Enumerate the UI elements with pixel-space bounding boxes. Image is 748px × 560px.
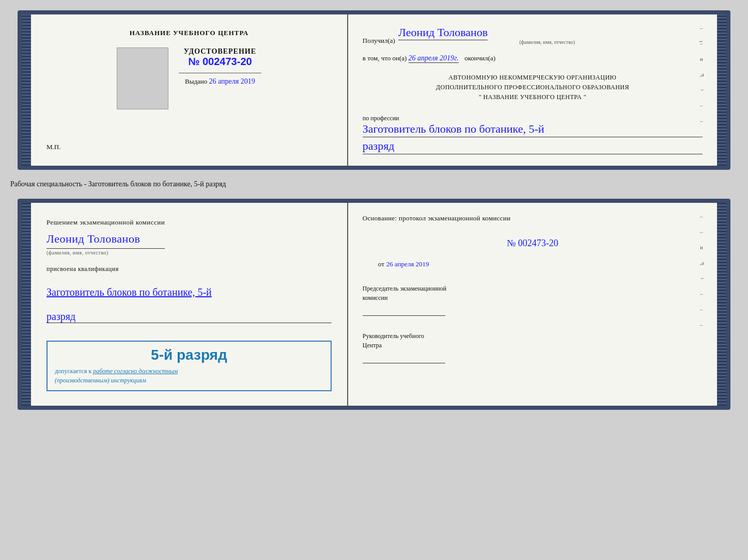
photo-placeholder [117,47,168,109]
qualified-text: присвоена квалификация [46,264,165,274]
cert-section: УДОСТОВЕРЕНИЕ № 002473-20 Выдано 26 апре… [179,47,261,86]
bottom-person-name: Леонид Толованов [46,230,165,248]
cert-number-prefix: № [188,56,199,67]
org-block: АВТОНОМНУЮ НЕКОММЕРЧЕСКУЮ ОРГАНИЗАЦИЮ ДО… [363,73,703,103]
profession: Заготовитель блоков по ботанике, 5-й [363,122,703,137]
chairman-role: Председатель экзаменационной комиссии [363,284,703,302]
bottom-spine-left [22,203,31,406]
from-date-line: от 26 апреля 2019 [363,260,703,268]
director-role1: Руководитель учебного [363,332,424,340]
stamp-rank: 5-й разряд [55,347,323,363]
top-spine-right [717,14,726,166]
stamp-admit: допускается к работе согласно должностны… [55,366,323,385]
recipient-line: Получил(а) Леонид Толованов (фамилия, им… [363,26,703,45]
stamp-admit-link: работе согласно должностным [93,367,178,375]
mp-label: М.П. [46,143,60,151]
fio-label-bottom: (фамилия, имя, отчество) [46,249,165,257]
bottom-right-panel: Основание: протокол экзаменационной коми… [348,203,717,406]
cert-label: УДОСТОВЕРЕНИЕ [179,47,261,56]
side-marks-bottom: – – и ,а ← – – – [700,213,706,328]
decision-block: Решением экзаменационной комиссии Леонид… [46,217,165,274]
top-left-panel: НАЗВАНИЕ УЧЕБНОГО ЦЕНТРА УДОСТОВЕРЕНИЕ №… [31,14,348,166]
received-prefix: Получил(а) [363,37,395,45]
qualification: Заготовитель блоков по ботанике, 5-й [46,286,212,298]
director-block: Руководитель учебного Центра [363,331,703,363]
top-document: НАЗВАНИЕ УЧЕБНОГО ЦЕНТРА УДОСТОВЕРЕНИЕ №… [18,10,730,170]
from-date-value: 26 апреля 2019 [386,260,429,268]
stamp-admit-prefix: допускается к [55,367,91,375]
side-marks-top: – – и ,а ← – – – [700,25,706,139]
completed-suffix: окончил(а) [464,54,495,62]
recipient-name: Леонид Толованов [398,26,488,40]
top-training-center-title: НАЗВАНИЕ УЧЕБНОГО ЦЕНТРА [130,29,249,37]
director-role2: Центра [363,342,382,349]
basis-block: Основание: протокол экзаменационной коми… [363,214,703,222]
from-prefix: от [378,260,384,268]
org-line2: ДОПОЛНИТЕЛЬНОГО ПРОФЕССИОНАЛЬНОГО ОБРАЗО… [363,83,703,92]
director-signature-line [363,353,445,363]
date-prefix: в том, что он(а) [363,54,407,62]
issued-date: 26 апреля 2019 [209,77,255,85]
org-line3: " НАЗВАНИЕ УЧЕБНОГО ЦЕНТРА " [363,92,703,102]
completion-date: 26 апреля 2019г. [409,54,459,63]
protocol-prefix: № [507,238,516,248]
protocol-number: № 002473-20 [363,238,703,249]
top-spine-left [22,14,31,166]
stamp-admit-suffix: (производственным) инструкциям [55,377,146,384]
protocol-line: № 002473-20 [363,234,703,253]
separator-label: Рабочая специальность - Заготовитель бло… [10,179,226,189]
stamp-box: 5-й разряд допускается к работе согласно… [46,341,332,391]
chairman-role2: комиссии [363,294,388,301]
director-role: Руководитель учебного Центра [363,331,703,350]
bottom-spine-right [717,203,726,406]
top-right-panel: Получил(а) Леонид Толованов (фамилия, им… [348,14,717,166]
basis-text: Основание: протокол экзаменационной коми… [363,214,511,222]
protocol-number-value: 002473-20 [518,238,558,248]
date-line: в том, что он(а) 26 апреля 2019г. окончи… [363,54,703,62]
top-cert-row: УДОСТОВЕРЕНИЕ № 002473-20 Выдано 26 апре… [117,47,261,109]
decision-text: Решением экзаменационной комиссии [46,218,165,226]
chairman-signature-line [363,306,445,316]
chairman-role1: Председатель экзаменационной [363,285,446,292]
rank2: разряд [46,311,332,323]
chairman-block: Председатель экзаменационной комиссии [363,284,703,316]
profession-block: по профессии Заготовитель блоков по бота… [363,113,703,154]
issued-line: Выдано 26 апреля 2019 [179,77,261,86]
org-line1: АВТОНОМНУЮ НЕКОММЕРЧЕСКУЮ ОРГАНИЗАЦИЮ [363,73,703,83]
issued-label: Выдано [185,77,207,85]
rank: разряд [363,139,703,154]
profession-prefix: по профессии [363,115,399,122]
cert-number-value: 002473-20 [202,56,252,67]
bottom-left-panel: Решением экзаменационной комиссии Леонид… [31,203,348,406]
cert-number: № 002473-20 [179,56,261,68]
bottom-document: Решением экзаменационной комиссии Леонид… [18,199,730,410]
